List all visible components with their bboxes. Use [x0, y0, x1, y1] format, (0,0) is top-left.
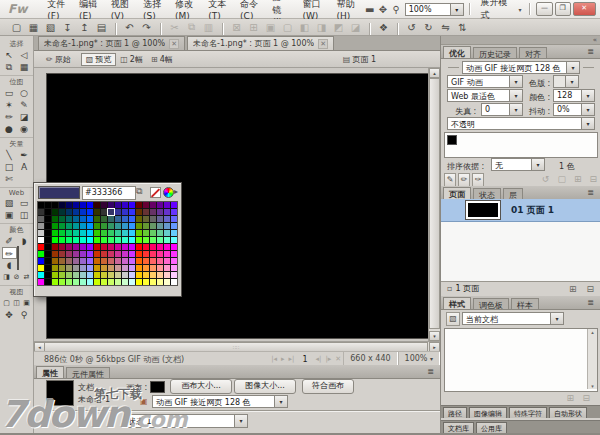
palette-swatch[interactable] [115, 244, 121, 250]
dropdown-arrow-icon[interactable]: ▾ [581, 117, 595, 130]
palette-swatch[interactable] [52, 258, 58, 264]
palette-swatch[interactable] [115, 209, 121, 215]
palette-swatch[interactable] [59, 223, 65, 229]
palette-swatch[interactable] [59, 202, 65, 208]
hotspot-rect-tool[interactable]: ▭ [17, 197, 32, 209]
palette-swatch[interactable] [38, 279, 44, 285]
fill-color-swatch[interactable] [17, 259, 32, 271]
palette-swatch[interactable] [157, 279, 163, 285]
paint-bucket-tool[interactable]: ◗ [17, 235, 32, 247]
palette-swatch[interactable] [129, 258, 135, 264]
styles-filter-icon[interactable]: ▧ [446, 312, 460, 326]
palette-swatch[interactable] [129, 244, 135, 250]
picker-menu-arrow-icon[interactable]: ▸ [174, 187, 178, 196]
palette-swatch[interactable] [164, 223, 170, 229]
palette-swatch[interactable] [143, 237, 149, 243]
palette-swatch[interactable] [73, 237, 79, 243]
previous-state-button[interactable]: ◂| [314, 355, 324, 363]
palette-swatch[interactable] [136, 209, 142, 215]
palette-swatch[interactable] [164, 265, 170, 271]
palette-swatch[interactable] [115, 279, 121, 285]
palette-swatch[interactable] [38, 237, 44, 243]
first-state-button[interactable]: |◂ [269, 355, 279, 363]
palette-swatch[interactable] [45, 251, 51, 257]
palette-swatch[interactable] [80, 209, 86, 215]
palette-swatch[interactable] [94, 216, 100, 222]
palette-swatch[interactable] [87, 230, 93, 236]
palette-swatch[interactable] [108, 230, 114, 236]
palette-swatch[interactable] [66, 209, 72, 215]
palette-swatch[interactable] [143, 216, 149, 222]
palette-swatch[interactable] [38, 209, 44, 215]
sort-by-select[interactable]: 无 ▾ [491, 158, 545, 171]
collapsed-panel-tab[interactable]: 图像编辑 [469, 407, 507, 418]
palette-swatch[interactable] [45, 223, 51, 229]
document-tab[interactable]: 未命名-1.png* : 页面 1 @ 100% ✕ [187, 36, 334, 50]
palette-swatch[interactable] [66, 230, 72, 236]
palette-swatch[interactable] [157, 209, 163, 215]
palette-swatch[interactable] [87, 279, 93, 285]
palette-swatch[interactable] [80, 279, 86, 285]
no-color-button[interactable]: ⊘ [12, 271, 22, 283]
palette-select[interactable]: Web 最适色 ▾ [447, 89, 523, 102]
palette-swatch[interactable] [101, 258, 107, 264]
palette-swatch[interactable] [38, 258, 44, 264]
palette-swatch[interactable] [157, 202, 163, 208]
palette-swatch[interactable] [143, 251, 149, 257]
palette-swatch[interactable] [129, 279, 135, 285]
brush-tool[interactable]: ✎ [17, 99, 32, 111]
palette-swatch[interactable] [101, 251, 107, 257]
collapse-dock-icon[interactable]: « [593, 36, 597, 44]
swap-colors-button[interactable]: ⇄ [22, 271, 32, 283]
palette-swatch[interactable] [73, 279, 79, 285]
palette-swatch[interactable] [94, 209, 100, 215]
palette-swatch[interactable] [80, 230, 86, 236]
dropdown-arrow-icon[interactable]: ▾ [581, 103, 595, 116]
toolbar-icon[interactable]: ⊞ [245, 22, 262, 33]
marquee-tool[interactable]: ▭ [2, 87, 17, 99]
palette-swatch[interactable] [80, 202, 86, 208]
palette-swatch[interactable] [101, 230, 107, 236]
palette-swatch[interactable] [80, 272, 86, 278]
palette-swatch[interactable] [38, 272, 44, 278]
dropdown-arrow-icon[interactable]: ▾ [274, 395, 288, 408]
collapsed-panel-tab[interactable]: 特殊字符 [509, 407, 547, 418]
palette-swatch[interactable] [122, 272, 128, 278]
palette-swatch[interactable] [171, 244, 177, 250]
palette-swatch[interactable] [66, 279, 72, 285]
palette-swatch[interactable] [52, 279, 58, 285]
palette-swatch[interactable] [171, 279, 177, 285]
no-color-icon[interactable] [150, 187, 161, 198]
palette-swatch[interactable] [115, 237, 121, 243]
palette-swatch[interactable] [122, 244, 128, 250]
toolbar-icon[interactable]: ↥ [76, 22, 93, 33]
color-table[interactable] [444, 132, 598, 158]
toolbar-icon[interactable]: ❖ [375, 22, 392, 33]
panel-menu-icon[interactable]: ≣ [583, 298, 598, 307]
palette-swatch[interactable] [52, 251, 58, 257]
page-list-item[interactable]: 01 页面 1 [441, 199, 600, 222]
panel-tab[interactable]: 状态 [473, 188, 501, 199]
toolbar-icon[interactable]: ⊠ [228, 22, 245, 33]
palette-swatch[interactable] [136, 258, 142, 264]
palette-swatch[interactable] [108, 279, 114, 285]
fill-color-icon[interactable]: ◖ [2, 259, 17, 271]
palette-swatch[interactable] [45, 279, 51, 285]
dropdown-arrow-icon[interactable]: ▾ [565, 75, 579, 88]
palette-swatch[interactable] [108, 209, 114, 215]
panel-menu-icon[interactable]: ≣ [423, 367, 438, 376]
panel-tab[interactable]: 对齐 [519, 47, 547, 58]
palette-swatch[interactable] [115, 272, 121, 278]
toolbar-icon[interactable]: ▧ [42, 22, 59, 33]
panel-menu-icon[interactable]: ≣ [583, 188, 598, 197]
palette-swatch[interactable] [164, 230, 170, 236]
palette-swatch[interactable] [164, 279, 170, 285]
palette-swatch[interactable] [66, 258, 72, 264]
palette-swatch[interactable] [45, 244, 51, 250]
play-button[interactable]: ▸ [279, 355, 287, 363]
hand-tool[interactable]: ✥ [2, 309, 17, 321]
palette-swatch[interactable] [101, 279, 107, 285]
palette-swatch[interactable] [52, 209, 58, 215]
toolbar-icon[interactable]: ✂ [166, 22, 183, 33]
palette-swatch[interactable] [115, 251, 121, 257]
